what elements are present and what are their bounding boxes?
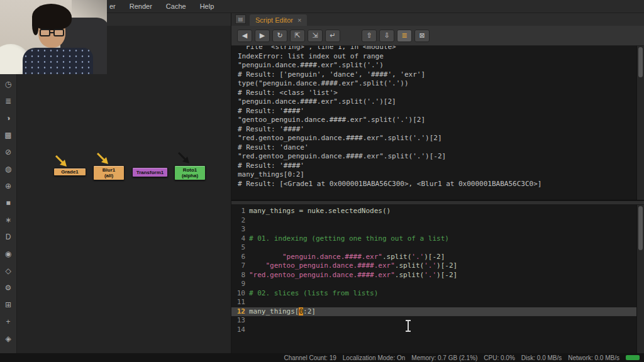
script-output-pane[interactable]: File "<string>", line 1, in <module>Inde… xyxy=(231,46,644,200)
node-blur1[interactable]: Blur1(all) xyxy=(93,165,125,180)
node-transform1[interactable]: Transform1 xyxy=(132,167,168,177)
close-tab-icon[interactable]: × xyxy=(297,17,301,24)
node-roto1[interactable]: Roto1(alpha) xyxy=(174,165,206,180)
menu-item-help[interactable]: Help xyxy=(200,3,214,10)
other-icon[interactable]: ⊞ xyxy=(3,300,13,310)
output-line: # Result: ['penguin', 'dance', '####', '… xyxy=(238,70,638,80)
load-script-button[interactable]: ⇱ xyxy=(290,30,305,42)
transform-icon[interactable]: ⊕ xyxy=(3,181,13,191)
localization-indicator xyxy=(626,355,640,360)
output-line: "penguin.dance.####.exr".split('.') xyxy=(238,61,638,70)
tab-label: Script Editor xyxy=(255,16,293,24)
previous-script-button[interactable]: ◀ xyxy=(237,30,252,42)
input-line[interactable]: 4# 01. indexing (getting one thing out o… xyxy=(231,234,644,244)
metadata-icon[interactable]: ◇ xyxy=(3,266,13,276)
show-output-only-button[interactable]: ⇩ xyxy=(379,30,394,42)
output-line: "red.gentoo_penguin.dance.####.exr".spli… xyxy=(238,152,638,162)
output-line: IndexError: list index out of range xyxy=(238,52,638,62)
toolsets-icon[interactable]: ⚙ xyxy=(3,283,13,293)
input-line[interactable]: 5 xyxy=(231,243,644,253)
script-editor-tabbar: ▤ Script Editor × xyxy=(231,13,644,26)
code-segment: # 01. indexing (getting one thing out of… xyxy=(249,234,449,243)
code-segment: # 02. slices (lists from lists) xyxy=(249,289,378,297)
output-line: File "<string>", line 1, in <module> xyxy=(238,46,638,52)
menu-item-render[interactable]: Render xyxy=(130,3,152,10)
input-scrollbar[interactable] xyxy=(636,205,644,353)
scrollbar-thumb[interactable] xyxy=(638,206,643,250)
node-label: Roto1 xyxy=(175,167,205,173)
source-script-button[interactable]: ↻ xyxy=(272,30,287,42)
panel-menu-icon[interactable]: ▤ xyxy=(235,14,246,24)
input-line[interactable]: 1many_things = nuke.selectedNodes() xyxy=(231,207,644,216)
time-icon[interactable]: ◷ xyxy=(3,79,13,89)
input-text: 1many_things = nuke.selectedNodes()234# … xyxy=(231,207,644,334)
color-icon[interactable]: ◑ xyxy=(3,113,13,123)
line-number: 7 xyxy=(231,261,249,271)
code-segment xyxy=(249,261,266,270)
particles-icon[interactable]: ∗ xyxy=(3,215,13,225)
show-input-only-button[interactable]: ⇧ xyxy=(362,30,377,42)
node-sublabel: (all) xyxy=(94,173,124,178)
input-line[interactable]: 8"red.gentoo_penguin.dance.####.exr".spl… xyxy=(231,271,644,280)
input-line[interactable]: 13 xyxy=(231,316,644,326)
output-line: # Result: <class 'list'> xyxy=(238,89,638,98)
output-scrollbar[interactable] xyxy=(636,46,644,200)
tab-script-editor[interactable]: Script Editor × xyxy=(250,14,307,26)
node-graph-canvas[interactable]: ≡◔●◷≣◑▩⊘◍⊕■∗D◉◇⚙⊞+◈ Grade1Blur1(all)Tran… xyxy=(0,26,231,353)
scrollbar-thumb[interactable] xyxy=(638,47,643,77)
next-script-button[interactable]: ▶ xyxy=(255,30,270,42)
output-line: # Result: '####' xyxy=(238,107,638,116)
run-script-button[interactable]: ↵ xyxy=(325,30,340,42)
status-item: Memory: 0.7 GB (2.1%) xyxy=(411,354,477,361)
channel-icon[interactable]: ≣ xyxy=(3,96,13,106)
output-line: # Result: [<Grade1 at 0x000001BABA56C300… xyxy=(238,180,638,189)
deep-icon[interactable]: D xyxy=(3,232,13,242)
code-segment: "red.gentoo_penguin.dance.####.exr" xyxy=(249,271,395,279)
menu-item-er[interactable]: er xyxy=(109,3,116,10)
3d-icon[interactable]: ■ xyxy=(3,198,13,208)
code-segment: :2] xyxy=(303,307,316,315)
input-line[interactable]: 10# 02. slices (lists from lists) xyxy=(231,289,644,299)
user-icon[interactable]: ◈ xyxy=(3,334,13,344)
pane-splitter[interactable] xyxy=(231,200,644,205)
filter-icon[interactable]: ▩ xyxy=(3,130,13,140)
clear-output-button[interactable]: ⊠ xyxy=(414,30,430,42)
code-segment: many_things[ xyxy=(249,307,299,315)
code-segment: "penguin.dance.####.exr" xyxy=(282,253,382,261)
views-icon[interactable]: ◉ xyxy=(3,249,13,259)
show-both-button[interactable]: ≣ xyxy=(397,30,412,42)
code-segment: )[-2] xyxy=(424,253,445,261)
input-line[interactable]: 14 xyxy=(231,326,644,335)
input-line[interactable]: 12many_things[0:2] xyxy=(231,307,644,317)
merge-icon[interactable]: ◍ xyxy=(3,164,13,174)
input-line[interactable]: 2 xyxy=(231,216,644,226)
input-line[interactable]: 11 xyxy=(231,298,644,307)
input-line[interactable]: 7 "gentoo_penguin.dance.####.exr".split(… xyxy=(231,261,644,271)
annotation-arrow-icon xyxy=(54,154,69,169)
annotation-arrow-icon xyxy=(177,151,192,166)
glasses-icon xyxy=(53,29,64,36)
status-bar: Channel Count: 19Localization Mode: OnMe… xyxy=(0,353,644,362)
output-line: type("penguin.dance.####.exr".split('.')… xyxy=(238,79,638,89)
plugins-icon[interactable]: + xyxy=(3,317,13,327)
webcam-person-hair xyxy=(32,19,38,35)
code-segment xyxy=(249,253,282,261)
line-number: 12 xyxy=(231,307,249,317)
input-line[interactable]: 3 xyxy=(231,225,644,234)
output-text: File "<string>", line 1, in <module>Inde… xyxy=(231,46,644,189)
input-line[interactable]: 6 "penguin.dance.####.exr".split('.')[-2… xyxy=(231,253,644,262)
line-number: 8 xyxy=(231,271,249,280)
node-label: Transform1 xyxy=(133,170,167,175)
node-label: Blur1 xyxy=(94,167,124,173)
save-script-button[interactable]: ⇲ xyxy=(308,30,323,42)
output-line: # Result: '####' xyxy=(238,162,638,171)
menu-item-cache[interactable]: Cache xyxy=(166,3,186,10)
keyer-icon[interactable]: ⊘ xyxy=(3,147,13,157)
code-segment: many_things = nuke.selectedNodes() xyxy=(249,207,391,215)
status-items: Channel Count: 19Localization Mode: OnMe… xyxy=(284,354,619,361)
input-line[interactable]: 9 xyxy=(231,280,644,289)
script-input-pane[interactable]: 1many_things = nuke.selectedNodes()234# … xyxy=(231,205,644,353)
nuke-window: erRenderCacheHelp ▤ Node Graph × ≡◔●◷≣◑▩… xyxy=(0,0,644,362)
code-segment: '.' xyxy=(411,253,424,261)
output-line: "gentoo_penguin.dance.####.exr".split('.… xyxy=(238,116,638,125)
